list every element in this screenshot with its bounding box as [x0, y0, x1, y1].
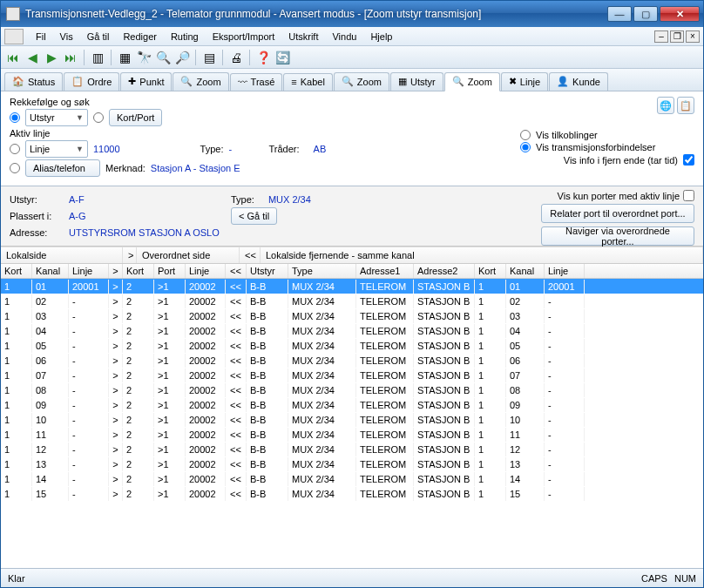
tab-status[interactable]: 🏠Status — [4, 72, 63, 91]
menu-rediger[interactable]: Rediger — [116, 29, 164, 44]
col-kanal[interactable]: Kanal — [506, 264, 545, 278]
minimize-button[interactable]: — — [607, 6, 632, 22]
col-port[interactable]: Port — [154, 264, 186, 278]
tab-punkt[interactable]: ✚Punkt — [120, 72, 172, 91]
gatil-button[interactable]: < Gå til — [231, 207, 277, 225]
tab-label: Punkt — [139, 77, 164, 87]
info-type-label: Type: — [231, 194, 254, 205]
table-row[interactable]: 111->2>120002<<B-BMUX 2/34TELEROMSTASJON… — [1, 427, 703, 442]
radio-utstyr[interactable] — [10, 112, 20, 123]
tab-label: Utstyr — [410, 77, 436, 87]
tab-zoom[interactable]: 🔍Zoom — [444, 72, 500, 91]
toolbar-icon-3[interactable]: ▤ — [200, 49, 218, 66]
binoculars-icon[interactable]: 🔭 — [135, 49, 152, 66]
nav-prev-button[interactable]: ◀ — [24, 49, 41, 66]
table-row[interactable]: 107->2>120002<<B-BMUX 2/34TELEROMSTASJON… — [1, 368, 703, 382]
menu-fil[interactable]: Fil — [29, 29, 53, 44]
table-row[interactable]: 110->2>120002<<B-BMUX 2/34TELEROMSTASJON… — [1, 412, 703, 427]
tab-zoom[interactable]: 🔍Zoom — [334, 72, 389, 91]
grid-body[interactable]: 10120001>2>120002<<B-BMUX 2/34TELEROMSTA… — [1, 279, 703, 568]
mdi-minimize-icon[interactable]: – — [654, 30, 668, 43]
toolbar-icon-2[interactable]: ▦ — [116, 49, 133, 66]
menu-vindu[interactable]: Vindu — [325, 29, 363, 44]
nav-last-button[interactable]: ⏭ — [62, 49, 79, 66]
clipboard-icon[interactable]: 📋 — [677, 97, 694, 114]
col-kort[interactable]: Kort — [1, 264, 32, 278]
aktivlinje-label: Vis kun porter med aktiv linje — [558, 191, 680, 201]
menu-utskrift[interactable]: Utskrift — [281, 29, 325, 44]
button-alias[interactable]: Alias/telefon — [25, 159, 100, 177]
table-row[interactable]: 104->2>120002<<B-BMUX 2/34TELEROMSTASJON… — [1, 323, 703, 338]
tab-icon: 🔍 — [180, 76, 193, 87]
tab-ordre[interactable]: 📋Ordre — [64, 72, 119, 91]
print-icon[interactable]: 🖨 — [227, 49, 245, 66]
checkbox-aktivlinje[interactable] — [683, 190, 694, 201]
table-row[interactable]: 113->2>120002<<B-BMUX 2/34TELEROMSTASJON… — [1, 456, 703, 471]
globe-icon[interactable]: 🌐 — [657, 97, 674, 114]
nav-next-button[interactable]: ▶ — [43, 49, 60, 66]
menu-gtil[interactable]: Gå til — [80, 29, 117, 44]
tab-kunde[interactable]: 👤Kunde — [549, 72, 608, 91]
table-row[interactable]: 102->2>120002<<B-BMUX 2/34TELEROMSTASJON… — [1, 294, 703, 308]
col-kanal[interactable]: Kanal — [32, 264, 69, 278]
menu-vis[interactable]: Vis — [53, 29, 80, 44]
tab-zoom[interactable]: 🔍Zoom — [173, 72, 228, 91]
nav-first-button[interactable]: ⏮ — [4, 49, 22, 66]
vis-tilkoblinger-label: Vis tilkoblinger — [536, 130, 598, 140]
tab-kabel[interactable]: ≡Kabel — [283, 73, 333, 91]
menubar: FilVisGå tilRedigerRutingEksport/ImportU… — [1, 27, 703, 46]
table-row[interactable]: 10120001>2>120002<<B-BMUX 2/34TELEROMSTA… — [1, 279, 703, 294]
radio-alias[interactable] — [10, 163, 20, 173]
mdi-close-icon[interactable]: × — [686, 30, 700, 43]
zoom-out-icon[interactable]: 🔎 — [173, 49, 191, 66]
table-row[interactable]: 114->2>120002<<B-BMUX 2/34TELEROMSTASJON… — [1, 471, 703, 486]
dropdown-linje[interactable]: Linje ▼ — [25, 140, 88, 158]
info-type-value: MUX 2/34 — [268, 194, 311, 205]
table-row[interactable]: 103->2>120002<<B-BMUX 2/34TELEROMSTASJON… — [1, 308, 703, 323]
table-row[interactable]: 108->2>120002<<B-BMUX 2/34TELEROMSTASJON… — [1, 382, 703, 397]
tab-label: Kabel — [301, 77, 325, 87]
col-linje[interactable]: Linje — [545, 264, 585, 278]
menu-ruting[interactable]: Ruting — [164, 29, 206, 44]
menu-app-icon[interactable] — [4, 29, 24, 44]
tab-utstyr[interactable]: ▦Utstyr — [390, 72, 443, 91]
dropdown-utstyr[interactable]: Utstyr ▼ — [25, 109, 88, 126]
mdi-restore-icon[interactable]: ❐ — [670, 30, 684, 43]
col-linje[interactable]: Linje — [186, 264, 226, 278]
naviger-button[interactable]: Naviger via overordnede porter... — [541, 226, 694, 246]
table-row[interactable]: 105->2>120002<<B-BMUX 2/34TELEROMSTASJON… — [1, 338, 703, 353]
col-[interactable]: << — [226, 264, 247, 278]
help-icon[interactable]: ❓ — [254, 49, 272, 66]
col-kort[interactable]: Kort — [123, 264, 154, 278]
col-linje[interactable]: Linje — [69, 264, 109, 278]
col-adresse2[interactable]: Adresse2 — [414, 264, 475, 278]
radio-vis-tilkoblinger[interactable] — [520, 130, 531, 140]
menu-eksportimport[interactable]: Eksport/Import — [206, 29, 282, 44]
table-row[interactable]: 109->2>120002<<B-BMUX 2/34TELEROMSTASJON… — [1, 397, 703, 412]
tab-linje[interactable]: ✖Linje — [501, 72, 548, 91]
col-type[interactable]: Type — [288, 264, 356, 278]
relater-button[interactable]: Relater port til overordnet port... — [541, 204, 694, 223]
trader-label: Tråder: — [269, 144, 300, 154]
col-kort[interactable]: Kort — [475, 264, 506, 278]
tab-label: Zoom — [196, 77, 220, 87]
radio-linje[interactable] — [10, 144, 20, 154]
col-utstyr[interactable]: Utstyr — [247, 264, 288, 278]
table-row[interactable]: 112->2>120002<<B-BMUX 2/34TELEROMSTASJON… — [1, 442, 703, 456]
tab-trasé[interactable]: 〰Trasé — [230, 73, 283, 91]
close-button[interactable]: ✕ — [660, 6, 700, 22]
radio-kortport[interactable] — [93, 112, 104, 123]
button-kortport[interactable]: Kort/Port — [109, 109, 162, 126]
toolbar-icon-1[interactable]: ▥ — [89, 49, 106, 66]
checkbox-vis-info[interactable] — [683, 154, 694, 166]
maximize-button[interactable]: ▢ — [633, 6, 658, 22]
refresh-icon[interactable]: 🔄 — [274, 49, 291, 66]
menu-hjelp[interactable]: Hjelp — [363, 29, 399, 44]
chevron-down-icon: ▼ — [76, 145, 84, 153]
zoom-in-icon[interactable]: 🔍 — [154, 49, 172, 66]
col-[interactable]: > — [109, 264, 123, 278]
radio-vis-trans[interactable] — [520, 142, 531, 152]
table-row[interactable]: 115->2>120002<<B-BMUX 2/34TELEROMSTASJON… — [1, 486, 703, 501]
col-adresse1[interactable]: Adresse1 — [356, 264, 414, 278]
table-row[interactable]: 106->2>120002<<B-BMUX 2/34TELEROMSTASJON… — [1, 353, 703, 368]
